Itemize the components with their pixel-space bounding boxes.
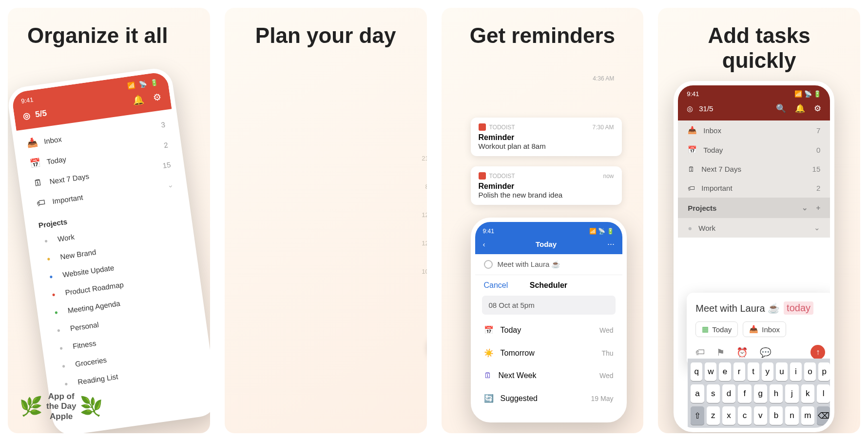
nav-label: Important <box>52 193 83 205</box>
schedule-option[interactable]: ☀️TomorrowThu <box>475 341 622 364</box>
key-f[interactable]: f <box>738 384 751 403</box>
flag-icon[interactable]: ⚑ <box>716 347 725 358</box>
quick-text[interactable]: Meet with Laura ☕ <box>695 302 780 314</box>
laurel-left-icon: 🌿 <box>19 397 42 416</box>
nav-count: 15 <box>162 160 172 170</box>
panel-reminders: Get reminders 4:36 AM TODOIST7:30 AM Rem… <box>442 8 644 433</box>
status-time: 9:41 <box>687 90 699 98</box>
comment-icon[interactable]: 💬 <box>760 347 772 358</box>
project-dot-icon: ● <box>40 237 52 245</box>
key-@[interactable]: @ <box>795 428 811 432</box>
key-p[interactable]: p <box>818 362 830 381</box>
key-y[interactable]: y <box>762 362 773 381</box>
key-h[interactable]: h <box>770 384 783 403</box>
label-icon[interactable]: 🏷 <box>695 347 705 358</box>
key-⇧[interactable]: ⇧ <box>691 406 704 425</box>
key-q[interactable]: q <box>691 362 702 381</box>
alarm-icon[interactable]: ⏰ <box>736 347 748 358</box>
key-c[interactable]: c <box>738 406 751 425</box>
add-project-icon[interactable]: + <box>816 203 820 212</box>
search-icon[interactable]: 🔍 <box>776 103 786 114</box>
gear-icon[interactable]: ⚙ <box>814 103 821 114</box>
key-o[interactable]: o <box>804 362 816 381</box>
key-e[interactable]: e <box>719 362 731 381</box>
key-j[interactable]: j <box>785 384 798 403</box>
quick-date-tag[interactable]: today <box>784 301 813 315</box>
key-n[interactable]: n <box>785 406 798 425</box>
key-b[interactable]: b <box>770 406 783 425</box>
bell-icon[interactable]: 🔔 <box>795 103 805 114</box>
bell-icon[interactable]: 🔔 <box>132 94 145 106</box>
schedule-input[interactable]: 08 Oct at 5pm <box>482 296 616 315</box>
nav-count: 3 <box>160 120 166 129</box>
panel-organize: Organize it all 9:41 📶 📡 🔋 ◎ 5/5 🔔 ⚙ 📥In… <box>8 8 210 433</box>
submit-task-button[interactable]: ↑ <box>810 345 825 360</box>
key-k[interactable]: k <box>801 384 814 403</box>
nav-next7[interactable]: 🗓Next 7 Days15 <box>678 160 830 179</box>
task-label: Meet with Laura ☕ <box>498 260 561 269</box>
key-d[interactable]: d <box>722 384 735 403</box>
key-m[interactable]: m <box>801 406 814 425</box>
schedule-option[interactable]: 🔄Suggested19 May <box>475 387 622 410</box>
project-label: Personal <box>70 320 99 332</box>
key-t[interactable]: t <box>748 362 759 381</box>
key-#[interactable]: # <box>814 428 830 432</box>
key-123[interactable]: 123 <box>691 428 707 432</box>
key-x[interactable]: x <box>722 406 735 425</box>
nav-count: 15 <box>812 165 821 173</box>
key-i[interactable]: i <box>790 362 802 381</box>
phone-scheduler: 9:41📶 📡 🔋 ‹Today⋯ Meet with Laura ☕ Canc… <box>471 218 627 422</box>
status-time: 9:41 <box>20 96 34 105</box>
projects-header-label: Projects <box>688 204 716 212</box>
key-g[interactable]: g <box>754 384 767 403</box>
notification-card[interactable]: TODOIST7:30 AM Reminder Workout plan at … <box>471 118 622 156</box>
project-dot-icon: ● <box>50 308 62 316</box>
key-a[interactable]: a <box>691 384 704 403</box>
project-work[interactable]: ●Work⌄ <box>678 218 830 238</box>
notification-card[interactable]: TODOISTnow Reminder Polish the new brand… <box>471 166 622 205</box>
back-icon[interactable]: ‹ <box>483 240 485 248</box>
schedule-option[interactable]: 📅TodayWed <box>475 319 622 341</box>
key-s[interactable]: s <box>707 384 720 403</box>
key-l[interactable]: l <box>817 384 830 403</box>
gear-icon[interactable]: ⚙ <box>152 92 162 103</box>
cancel-button[interactable]: Cancel <box>484 281 508 290</box>
project-label: Work <box>698 224 715 232</box>
award-line: App of <box>46 392 76 401</box>
key-space[interactable]: space <box>728 428 793 432</box>
nav-today[interactable]: 📅Today0 <box>678 140 830 160</box>
task-row[interactable]: Meet with Laura ☕ <box>475 254 622 275</box>
chip-today[interactable]: ▦Today <box>695 321 738 337</box>
status-time: 9:41 <box>483 228 494 235</box>
chevron-down-icon[interactable]: ⌄ <box>802 203 808 212</box>
project-dot-icon: ● <box>48 290 59 299</box>
status-icons: 📶 📡 🔋 <box>127 78 160 90</box>
schedule-option[interactable]: 🗓Next WeekWed <box>475 364 622 387</box>
checkbox-icon[interactable] <box>484 260 493 269</box>
key-⌫[interactable]: ⌫ <box>817 406 830 425</box>
more-icon[interactable]: ⋯ <box>607 240 615 248</box>
notif-title: Reminder <box>479 133 614 142</box>
date-count: 5/5 <box>35 108 47 120</box>
nav-important[interactable]: 🏷Important2 <box>678 179 830 198</box>
progress-icon: ◎ <box>22 110 31 121</box>
progress-icon: ◎ <box>687 104 693 113</box>
status-icons: 📶 📡 🔋 <box>794 90 821 98</box>
key-😊[interactable]: 😊 <box>710 428 726 432</box>
nav-count: 2 <box>816 184 820 192</box>
project-dot-icon: ● <box>45 272 57 281</box>
key-r[interactable]: r <box>733 362 745 381</box>
key-z[interactable]: z <box>707 406 720 425</box>
week-icon: 🗓 <box>32 178 44 189</box>
nav-list: 📥Inbox3 📅Today2 🗓Next 7 Days15 🏷Importan… <box>17 109 210 398</box>
status-icons: 📶 📡 🔋 <box>589 228 615 235</box>
chip-inbox[interactable]: 📥Inbox <box>743 321 786 337</box>
project-label: Reading List <box>77 372 118 386</box>
project-label: New Brand <box>59 248 96 261</box>
project-dot-icon: ● <box>43 254 55 262</box>
key-v[interactable]: v <box>754 406 767 425</box>
projects-header[interactable]: Projects⌄+ <box>678 198 830 218</box>
nav-inbox[interactable]: 📥Inbox7 <box>678 120 830 140</box>
key-w[interactable]: w <box>705 362 716 381</box>
key-u[interactable]: u <box>776 362 788 381</box>
